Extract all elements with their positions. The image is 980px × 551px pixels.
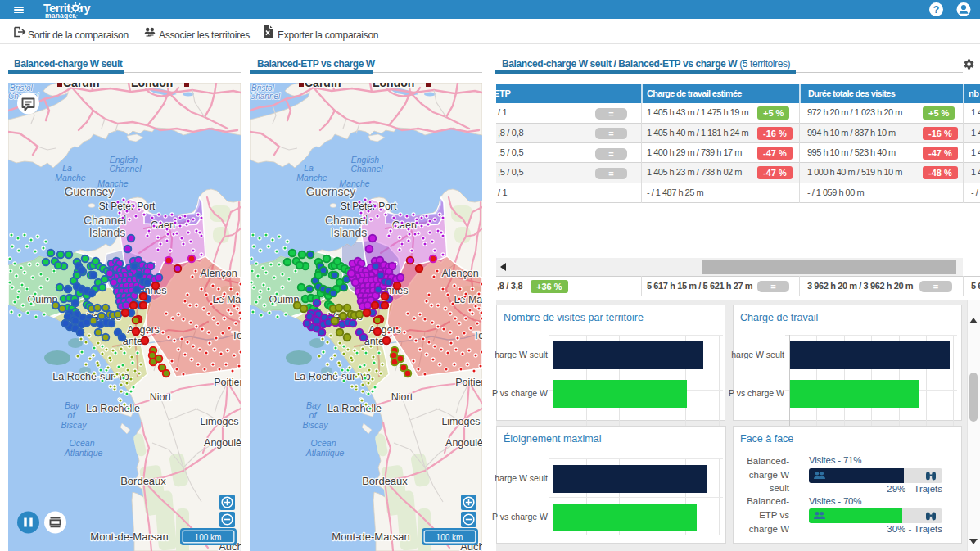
svg-text:Channel: Channel bbox=[109, 164, 142, 174]
svg-text:Manche: Manche bbox=[55, 173, 86, 183]
svg-text:Islands: Islands bbox=[331, 226, 367, 239]
svg-text:Poitier: Poitier bbox=[455, 377, 482, 388]
svg-text:of: of bbox=[68, 410, 76, 420]
svg-text:Bay: Bay bbox=[306, 400, 322, 410]
svg-text:Guernsey: Guernsey bbox=[65, 185, 115, 198]
svg-text:Cardiff: Cardiff bbox=[305, 83, 341, 89]
svg-text:Bay: Bay bbox=[65, 400, 80, 410]
svg-text:Atlantique: Atlantique bbox=[305, 448, 345, 458]
svg-text:London: London bbox=[373, 83, 414, 89]
svg-text:Tou: Tou bbox=[232, 330, 241, 341]
svg-text:Tou: Tou bbox=[473, 330, 482, 341]
svg-text:Angoulê: Angoulê bbox=[204, 437, 241, 449]
svg-text:Alençon: Alençon bbox=[200, 268, 237, 279]
svg-text:Océan: Océan bbox=[70, 438, 95, 448]
svg-text:La Rochelle: La Rochelle bbox=[86, 403, 140, 414]
svg-text:Guernsey: Guernsey bbox=[306, 185, 356, 198]
svg-text:La: La bbox=[304, 163, 314, 173]
svg-text:La Rochelle: La Rochelle bbox=[327, 403, 382, 414]
svg-text:Channel: Channel bbox=[325, 214, 368, 227]
svg-text:Mont-de-Marsan: Mont-de-Marsan bbox=[90, 531, 168, 543]
svg-text:Cardiff: Cardiff bbox=[63, 83, 100, 89]
svg-text:Manche: Manche bbox=[296, 173, 327, 183]
svg-text:Atlantique: Atlantique bbox=[64, 448, 103, 458]
svg-text:London: London bbox=[131, 83, 173, 89]
svg-text:Angoulê: Angoulê bbox=[445, 437, 482, 449]
svg-text:Limoges: Limoges bbox=[200, 416, 238, 427]
svg-text:Limoges: Limoges bbox=[441, 416, 480, 427]
svg-text:100 km: 100 km bbox=[195, 533, 222, 542]
svg-text:Biscay: Biscay bbox=[61, 420, 88, 430]
svg-text:?: ? bbox=[933, 4, 940, 16]
svg-text:Océan: Océan bbox=[311, 438, 336, 448]
svg-text:Poitier: Poitier bbox=[214, 377, 241, 388]
svg-text:100 km: 100 km bbox=[436, 533, 463, 542]
svg-text:Bordeaux: Bordeaux bbox=[120, 475, 166, 487]
svg-text:Channel: Channel bbox=[84, 214, 126, 227]
svg-text:Niort: Niort bbox=[150, 391, 172, 403]
svg-text:Islands: Islands bbox=[89, 226, 125, 239]
svg-text:La: La bbox=[62, 163, 72, 173]
svg-text:manager: manager bbox=[45, 11, 75, 20]
svg-text:Bordeaux: Bordeaux bbox=[362, 475, 408, 487]
svg-text:Alençon: Alençon bbox=[441, 268, 478, 279]
svg-text:Biscay: Biscay bbox=[303, 420, 329, 430]
svg-text:Channel: Channel bbox=[350, 164, 383, 174]
svg-text:Channel: Channel bbox=[250, 92, 281, 101]
svg-text:Mont-de-Marsan: Mont-de-Marsan bbox=[332, 531, 409, 543]
svg-text:of: of bbox=[309, 410, 318, 420]
